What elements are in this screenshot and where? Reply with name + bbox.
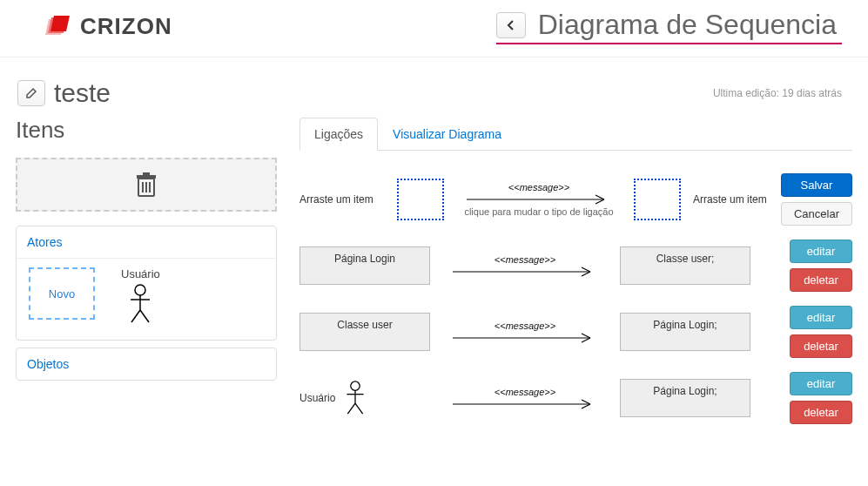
new-connection-row: Arraste um item <<message>> clique para … [299,173,852,226]
sidebar-title: Itens [16,117,277,144]
actor-label: Usuário [121,267,160,280]
tab-ligacoes[interactable]: Ligações [299,118,378,151]
drag-hint-right: Arraste um item [693,193,767,206]
chevron-left-icon [507,20,515,30]
actor-icon [127,284,153,324]
svg-line-20 [348,403,356,414]
back-button[interactable] [496,12,526,38]
svg-line-12 [131,310,140,322]
panel-objetos: Objetos [16,348,277,381]
brand-icon [44,14,73,40]
project-name: teste [54,78,111,108]
connection-source[interactable]: Página Login [299,246,430,285]
delete-button[interactable]: deletar [790,268,852,292]
message-label[interactable]: <<message>> [495,321,555,331]
page-title-wrap: Diagrama de Sequencia [496,9,842,44]
actor-item[interactable]: Usuário [121,267,160,324]
connections-editor: Arraste um item <<message>> clique para … [299,151,852,424]
delete-button[interactable]: deletar [790,401,852,424]
message-label[interactable]: <<message>> [495,387,555,397]
arrow-icon[interactable] [451,399,599,409]
save-button[interactable]: Salvar [781,173,852,197]
svg-point-17 [351,381,360,390]
svg-line-21 [355,403,363,414]
connection-target[interactable]: Página Login; [620,313,750,351]
new-actor-button[interactable]: Novo [29,267,95,320]
panel-atores: Atores Novo Usuário [16,226,277,341]
pencil-icon [25,87,37,99]
svg-rect-7 [137,175,156,179]
edit-button[interactable]: editar [790,240,852,263]
edit-button[interactable]: editar [790,306,852,329]
type-hint: clique para mudar o tipo de ligação [464,206,613,217]
drag-hint-left: Arraste um item [299,193,385,206]
connection-source[interactable]: Classe user [299,313,430,351]
connection-row: Usuário <<message>> Página Login; edit [299,372,852,424]
message-placeholder[interactable]: <<message>> [508,182,569,192]
last-edit-text: Ultima edição: 19 dias atrás [713,87,842,99]
tab-bar: Ligações Visualizar Diagrama [299,117,852,151]
project-bar: teste Ultima edição: 19 dias atrás [0,57,868,111]
target-drop-slot[interactable] [634,179,681,220]
connection-row: Classe user <<message>> Página Login; ed… [299,306,852,358]
panel-atores-header[interactable]: Atores [17,226,276,258]
arrow-icon[interactable] [465,194,613,205]
tab-visualizar[interactable]: Visualizar Diagrama [378,118,516,151]
main-panel: Ligações Visualizar Diagrama Arraste um … [299,117,852,438]
message-label[interactable]: <<message>> [495,254,555,265]
actor-icon [344,380,367,416]
connection-target[interactable]: Página Login; [620,379,750,417]
connection-target[interactable]: Classe user; [620,246,750,285]
trash-icon [135,172,158,198]
arrow-icon[interactable] [451,267,599,277]
delete-button[interactable]: deletar [790,334,852,358]
svg-rect-8 [143,172,150,175]
brand[interactable]: CRIZON [44,13,172,40]
cancel-button[interactable]: Cancelar [781,202,852,226]
connection-source-label: Usuário [299,392,335,404]
app-header: CRIZON Diagrama de Sequencia [0,0,868,57]
edit-button[interactable]: editar [790,372,852,395]
source-drop-slot[interactable] [397,179,444,220]
trash-drop-zone[interactable] [16,158,277,212]
page-title: Diagrama de Sequencia [538,9,837,41]
edit-project-button[interactable] [17,80,45,106]
arrow-icon[interactable] [451,333,599,343]
brand-text: CRIZON [80,13,172,40]
sidebar: Itens Atores Novo Usuário [16,117,277,438]
connection-row: Página Login <<message>> Classe user; ed… [299,240,852,292]
svg-line-13 [140,310,149,322]
panel-objetos-header[interactable]: Objetos [17,348,276,380]
connection-source[interactable]: Usuário [299,380,430,416]
svg-point-9 [135,285,145,295]
